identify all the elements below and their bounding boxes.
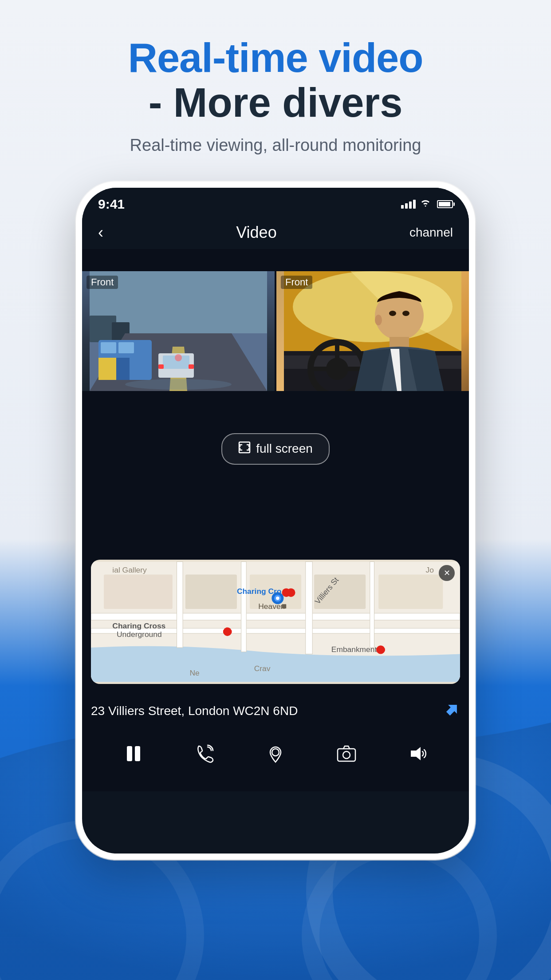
svg-rect-37 (177, 562, 183, 648)
svg-rect-67 (127, 746, 132, 761)
svg-rect-15 (189, 364, 194, 369)
fullscreen-button[interactable]: full screen (221, 433, 330, 465)
svg-rect-44 (378, 575, 443, 609)
video-grid: Front (82, 271, 469, 391)
fullscreen-label: full screen (256, 442, 313, 456)
channel-label[interactable]: channel (409, 225, 453, 240)
svg-point-69 (272, 749, 279, 756)
main-title: Real-time video (128, 36, 423, 80)
svg-point-32 (375, 315, 382, 325)
svg-text:Jo: Jo (426, 565, 434, 574)
status-icons (401, 198, 453, 210)
camera-button[interactable] (331, 738, 362, 769)
description: Real-time viewing, all-round monitoring (128, 136, 423, 155)
svg-point-24 (326, 358, 348, 380)
svg-marker-72 (411, 747, 421, 760)
svg-rect-38 (241, 562, 247, 652)
pause-button[interactable] (118, 738, 149, 769)
location-button[interactable] (260, 738, 291, 769)
map-section: ✕ (82, 560, 469, 693)
phone-inner: 9:41 (82, 188, 469, 854)
svg-text:Embankment: Embankment (331, 645, 377, 654)
battery-icon (437, 200, 453, 208)
navigate-icon[interactable] (445, 702, 460, 720)
svg-rect-45 (104, 575, 173, 609)
svg-rect-40 (370, 562, 374, 648)
phone-outer: 9:41 (76, 182, 475, 860)
address-bar: 23 Villiers Street, London WC2N 6ND (82, 693, 469, 729)
svg-point-30 (389, 311, 396, 316)
svg-rect-70 (338, 749, 355, 761)
svg-rect-68 (135, 746, 140, 761)
svg-rect-35 (91, 613, 460, 620)
svg-point-16 (175, 354, 182, 361)
svg-text:Underground: Underground (117, 630, 162, 639)
middle-section: full screen (82, 391, 469, 506)
video-panel-right[interactable]: Front (276, 271, 469, 391)
video-label-right: Front (281, 276, 312, 289)
back-button[interactable]: ‹ (98, 223, 103, 242)
svg-text:Ne: Ne (190, 668, 200, 677)
phone-mockup: 9:41 (76, 182, 475, 860)
wifi-icon (420, 198, 431, 210)
status-time: 9:41 (98, 197, 125, 212)
address-text: 23 Villiers Street, London WC2N 6ND (91, 704, 298, 718)
signal-icon (401, 200, 416, 209)
nav-title: Video (236, 223, 276, 242)
svg-rect-10 (98, 358, 116, 380)
svg-rect-48 (282, 605, 287, 609)
svg-rect-9 (118, 342, 134, 353)
svg-rect-8 (101, 342, 116, 353)
video-label-left: Front (87, 276, 118, 289)
header-section: Real-time video - More divers Real-time … (128, 0, 423, 173)
svg-text:Crav: Crav (254, 664, 271, 673)
bottom-controls (82, 729, 469, 791)
video-panel-left[interactable]: Front (82, 271, 275, 391)
phone-button[interactable] (189, 738, 220, 769)
svg-rect-41 (185, 575, 237, 609)
svg-rect-14 (158, 364, 164, 369)
video-area: Front (82, 262, 469, 391)
svg-point-31 (402, 311, 409, 316)
svg-rect-39 (306, 562, 312, 654)
video-top-spacer (82, 249, 469, 262)
svg-point-52 (276, 597, 279, 600)
svg-rect-33 (239, 442, 250, 453)
nav-bar: ‹ Video channel (82, 216, 469, 249)
svg-text:ial Gallery: ial Gallery (112, 565, 147, 574)
svg-point-17 (125, 379, 232, 390)
lower-black-space (82, 506, 469, 560)
fullscreen-icon (238, 441, 251, 457)
svg-point-71 (343, 751, 350, 759)
map-container[interactable]: ✕ (91, 560, 460, 684)
svg-rect-59 (223, 631, 232, 633)
status-bar: 9:41 (82, 188, 469, 216)
subtitle: - More divers (128, 80, 423, 125)
svg-point-55 (287, 589, 295, 597)
svg-rect-11 (116, 358, 130, 380)
svg-text:Charing Cross: Charing Cross (112, 621, 165, 630)
svg-rect-63 (376, 648, 385, 651)
volume-button[interactable] (402, 738, 433, 769)
